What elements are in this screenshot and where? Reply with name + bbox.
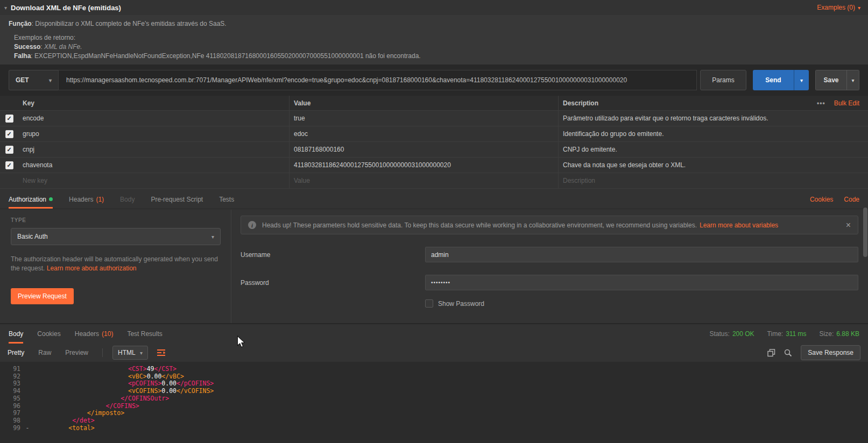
tab-headers[interactable]: Headers(1) bbox=[69, 190, 104, 209]
request-tabs: AuthorizationHeaders(1)BodyPre-request S… bbox=[0, 190, 868, 209]
request-url-value: https://managersaashom.tecnospeed.com.br… bbox=[66, 76, 627, 84]
view-tab-raw[interactable]: Raw bbox=[38, 349, 51, 356]
fold-spacer bbox=[24, 380, 31, 388]
tab-pre-request-script[interactable]: Pre-request Script bbox=[151, 190, 203, 209]
show-password-checkbox[interactable] bbox=[425, 299, 433, 308]
authorization-form-pane: i Heads up! These parameters hold sensit… bbox=[231, 210, 868, 323]
response-tab-test-results[interactable]: Test Results bbox=[127, 324, 162, 344]
param-checkbox-checked[interactable]: ✓ bbox=[5, 115, 13, 123]
line-number: 95 bbox=[0, 395, 24, 403]
new-param-description-input[interactable]: Description bbox=[558, 173, 868, 188]
xml-token: </det> bbox=[72, 417, 95, 424]
vertical-scrollbar[interactable] bbox=[863, 208, 867, 257]
send-button[interactable]: Send bbox=[753, 70, 794, 90]
param-description[interactable]: Parâmetro utilizado para evitar que o re… bbox=[558, 111, 868, 126]
param-value[interactable]: true bbox=[289, 111, 558, 126]
param-checkbox-checked[interactable]: ✓ bbox=[5, 161, 13, 169]
auth-help-text: The authorization header will be automat… bbox=[11, 255, 221, 273]
cookies-link[interactable]: Cookies bbox=[810, 196, 833, 203]
banner-text: Heads up! These parameters hold sensitiv… bbox=[262, 222, 697, 229]
response-tab-headers-count: (10) bbox=[102, 330, 113, 338]
xml-token: </imposto> bbox=[87, 409, 124, 417]
fold-spacer bbox=[24, 417, 31, 425]
postman-window: ▾ Download XML de NFe (emitidas) Example… bbox=[0, 0, 868, 443]
new-param-key-input[interactable]: New key bbox=[18, 173, 289, 188]
description-falha: Falha: EXCEPTION,EspdManNFeHandleNotFoun… bbox=[14, 52, 859, 61]
param-key[interactable]: encode bbox=[18, 111, 289, 126]
params-button[interactable]: Params bbox=[700, 70, 746, 90]
bulk-edit-link[interactable]: Bulk Edit bbox=[834, 99, 859, 107]
new-param-value-input[interactable]: Value bbox=[289, 173, 558, 188]
learn-more-variables-link[interactable]: Learn more about variables bbox=[700, 222, 778, 229]
table-row: ✓encodetrueParâmetro utilizado para evit… bbox=[0, 111, 868, 126]
param-value[interactable]: 08187168000160 bbox=[289, 142, 558, 157]
save-split-button: Save ▾ bbox=[815, 70, 859, 90]
code-line: 99-<total> bbox=[0, 425, 868, 432]
tab-headers-label: Headers bbox=[69, 196, 93, 203]
request-url-input[interactable]: https://managersaashom.tecnospeed.com.br… bbox=[58, 70, 697, 90]
xml-token: <CST> bbox=[128, 365, 147, 373]
tab-authorization-label: Authorization bbox=[9, 196, 46, 203]
auth-type-select[interactable]: Basic Auth ▾ bbox=[11, 228, 221, 245]
param-value[interactable]: edoc bbox=[289, 126, 558, 141]
send-options-button[interactable]: ▾ bbox=[794, 70, 809, 90]
xml-token: </COFINS> bbox=[105, 402, 139, 410]
sensitive-data-banner: i Heads up! These parameters hold sensit… bbox=[241, 216, 858, 234]
response-body-code[interactable]: 91<CST>49</CST>92<vBC>0.00</vBC>93<pCOFI… bbox=[0, 362, 868, 443]
param-key[interactable]: chavenota bbox=[18, 158, 289, 173]
tab-tests-label: Tests bbox=[219, 196, 234, 203]
password-input[interactable]: •••••••• bbox=[425, 275, 858, 290]
view-tab-preview[interactable]: Preview bbox=[65, 349, 88, 356]
learn-more-authorization-link[interactable]: Learn more about authorization bbox=[47, 265, 137, 272]
param-description[interactable]: Chave da nota que se deseja obter o XML. bbox=[558, 158, 868, 173]
preview-request-button[interactable]: Preview Request bbox=[11, 288, 74, 304]
param-checkbox-checked[interactable]: ✓ bbox=[5, 130, 13, 138]
tab-headers-count: (1) bbox=[96, 196, 104, 203]
show-password-label: Show Password bbox=[438, 300, 484, 308]
response-tab-headers[interactable]: Headers(10) bbox=[75, 324, 114, 344]
param-value[interactable]: 4118032811862400012755001000000003100000… bbox=[289, 158, 558, 173]
param-description[interactable]: Identificação do grupo do emitente. bbox=[558, 126, 868, 141]
line-number: 93 bbox=[0, 380, 24, 388]
save-response-button[interactable]: Save Response bbox=[801, 345, 860, 360]
request-tabs-list: AuthorizationHeaders(1)BodyPre-request S… bbox=[9, 190, 250, 209]
close-icon[interactable]: × bbox=[841, 220, 851, 230]
param-key[interactable]: cnpj bbox=[18, 142, 289, 157]
show-password-row: Show Password bbox=[425, 299, 858, 308]
line-number: 91 bbox=[0, 366, 24, 373]
response-tab-body[interactable]: Body bbox=[9, 324, 23, 344]
response-meta-item: Status:200 OK bbox=[710, 330, 754, 338]
view-tab-pretty[interactable]: Pretty bbox=[8, 349, 24, 356]
examples-dropdown[interactable]: Examples (0) ▾ bbox=[817, 4, 860, 11]
param-key[interactable]: grupo bbox=[18, 126, 289, 141]
wrap-lines-icon[interactable] bbox=[157, 349, 166, 356]
new-param-row: New key Value Description bbox=[0, 173, 868, 189]
param-checkbox-checked[interactable]: ✓ bbox=[5, 146, 13, 154]
code-link[interactable]: Code bbox=[844, 196, 859, 203]
fold-toggle-icon[interactable]: - bbox=[24, 425, 31, 432]
collapse-request-icon[interactable]: ▾ bbox=[4, 5, 7, 11]
param-description[interactable]: CNPJ do emitente. bbox=[558, 142, 868, 157]
tab-authorization[interactable]: Authorization bbox=[9, 190, 53, 209]
username-label: Username bbox=[241, 251, 425, 259]
table-row: ✓cnpj08187168000160CNPJ do emitente. bbox=[0, 142, 868, 158]
params-table: Key Value Description ••• Bulk Edit ✓enc… bbox=[0, 96, 868, 189]
tab-body[interactable]: Body bbox=[120, 190, 135, 209]
copy-icon[interactable] bbox=[767, 349, 775, 357]
save-options-button[interactable]: ▾ bbox=[846, 70, 859, 90]
response-tab-cookies[interactable]: Cookies bbox=[37, 324, 60, 344]
response-meta-item: Size:6.88 KB bbox=[820, 330, 859, 338]
username-input[interactable]: admin bbox=[425, 247, 858, 262]
line-number: 99 bbox=[0, 425, 24, 432]
search-icon[interactable] bbox=[784, 349, 792, 357]
save-button[interactable]: Save bbox=[815, 70, 846, 90]
code-text: </imposto> bbox=[31, 410, 124, 417]
code-line: 93<pCOFINS>0.00</pCOFINS> bbox=[0, 380, 868, 388]
http-method-select[interactable]: GET ▾ bbox=[9, 70, 58, 90]
header-checkbox-cell bbox=[0, 96, 18, 110]
response-format-select[interactable]: HTML ▾ bbox=[112, 346, 148, 360]
code-text: <pCOFINS>0.00</pCOFINS> bbox=[31, 380, 214, 388]
username-value: admin bbox=[431, 251, 449, 259]
more-options-icon[interactable]: ••• bbox=[817, 99, 825, 107]
tab-tests[interactable]: Tests bbox=[219, 190, 234, 209]
